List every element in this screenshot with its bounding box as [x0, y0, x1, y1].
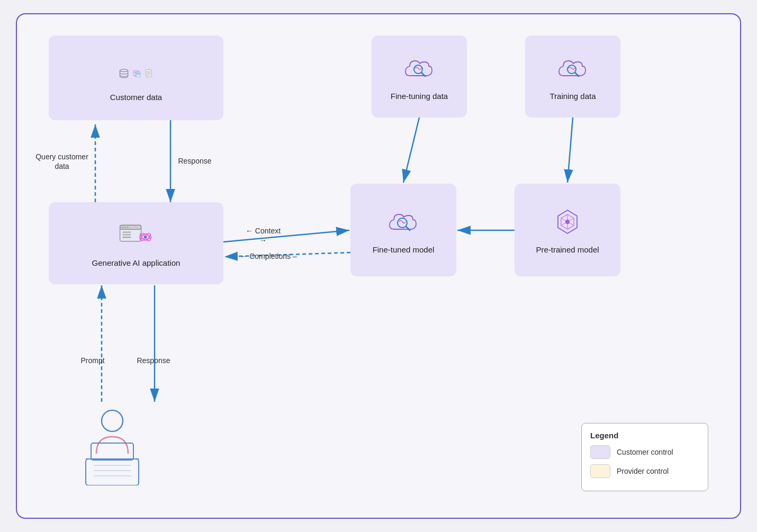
finetuned-model-label: Fine-tuned model: [373, 245, 435, 255]
legend-title: Legend: [590, 431, 699, 440]
customer-swatch: [590, 445, 610, 459]
pretrained-model-box: Pre-trained model: [515, 184, 620, 276]
training-data-icon: [556, 53, 590, 87]
response-top-label: Response: [174, 156, 216, 166]
customer-data-icon: [119, 54, 153, 88]
legend-provider-label: Provider control: [617, 467, 669, 475]
legend-box: Legend Customer control Provider control: [581, 423, 708, 491]
svg-point-34: [144, 236, 147, 239]
user-icon: [75, 401, 160, 485]
training-data-label: Training data: [550, 91, 596, 102]
svg-rect-48: [86, 459, 139, 485]
pretrained-model-label: Pre-trained model: [536, 245, 599, 255]
svg-rect-17: [137, 73, 140, 75]
finetuned-model-box: Fine-tuned model: [350, 184, 456, 276]
legend-customer-item: Customer control: [590, 445, 699, 459]
svg-point-11: [120, 69, 128, 72]
customer-data-label: Customer data: [110, 92, 162, 103]
response-bottom-label: Response: [132, 356, 175, 365]
prompt-label: Prompt: [74, 356, 111, 365]
customer-data-box: Customer data: [49, 35, 223, 120]
svg-rect-29: [122, 234, 131, 235]
query-label: Query customer data: [33, 152, 91, 171]
svg-rect-28: [122, 231, 131, 232]
svg-rect-18: [146, 70, 152, 77]
svg-point-47: [102, 410, 123, 431]
context-label: ← Context →: [242, 226, 284, 245]
svg-line-7: [567, 118, 573, 183]
gen-ai-label: Generative AI application: [92, 258, 181, 268]
pretrained-model-icon: [551, 206, 584, 240]
svg-point-25: [122, 227, 123, 228]
diagram-container: Customer data Generative AI: [16, 13, 741, 519]
legend-customer-label: Customer control: [617, 448, 673, 456]
svg-point-27: [127, 227, 128, 228]
svg-point-46: [565, 220, 570, 224]
user-area: [75, 401, 160, 485]
legend-provider-item: Provider control: [590, 464, 699, 478]
svg-line-6: [403, 118, 419, 183]
finetuning-data-icon: [402, 53, 436, 87]
finetuning-data-label: Fine-tuning data: [391, 91, 448, 102]
finetuning-data-box: Fine-tuning data: [372, 35, 467, 118]
gen-ai-box: Generative AI application: [49, 202, 223, 284]
provider-swatch: [590, 464, 610, 478]
completions-label: ← Completions –: [239, 251, 298, 261]
svg-rect-30: [122, 237, 131, 238]
finetuned-model-icon: [386, 206, 420, 240]
svg-point-26: [124, 227, 126, 228]
gen-ai-icon: [119, 220, 153, 254]
training-data-box: Training data: [525, 35, 620, 118]
